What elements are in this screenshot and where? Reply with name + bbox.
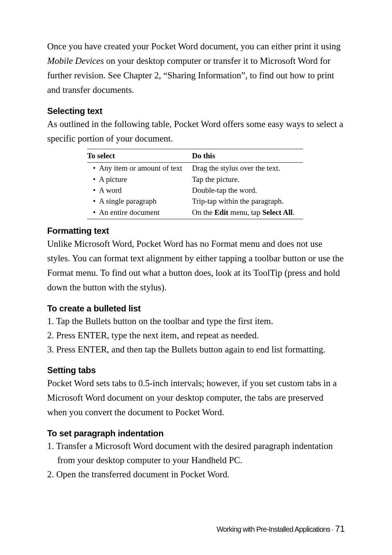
table-cell: On the Edit menu, tap Select All.: [192, 207, 303, 219]
heading-set-paragraph-indentation: To set paragraph indentation: [47, 428, 345, 438]
table-row: • A single paragraph Trip-tap within the…: [87, 196, 303, 207]
text-frag: .: [293, 208, 294, 217]
page-footer: Working with Pre-Installed Applications·…: [217, 524, 345, 534]
table-cell: A word: [99, 186, 122, 195]
table-row: • A picture Tap the picture.: [87, 174, 303, 185]
formatting-text-paragraph: Unlike Microsoft Word, Pocket Word has n…: [47, 237, 345, 295]
setting-tabs-paragraph: Pocket Word sets tabs to 0.5-inch interv…: [47, 376, 345, 420]
table-header-to-select: To select: [87, 149, 192, 163]
indentation-steps: 1. Transfer a Microsoft Word document wi…: [47, 439, 345, 481]
table-cell: Tap the picture.: [192, 174, 303, 185]
table-cell: An entire document: [99, 208, 160, 217]
table-row: • Any item or amount of text Drag the st…: [87, 163, 303, 174]
selection-table: To select Do this • Any item or amount o…: [87, 149, 303, 219]
table-cell: A picture: [99, 175, 127, 184]
table-cell: Trip-tap within the paragraph.: [192, 196, 303, 207]
bulleted-list-steps: 1. Tap the Bullets button on the toolbar…: [47, 314, 345, 356]
table-cell: Any item or amount of text: [99, 164, 182, 172]
text-frag: menu, tap: [228, 208, 262, 217]
table-row: • An entire document On the Edit menu, t…: [87, 207, 303, 219]
table-body: • Any item or amount of text Drag the st…: [87, 163, 303, 219]
footer-separator-icon: ·: [330, 525, 335, 533]
document-page: Once you have created your Pocket Word d…: [0, 0, 392, 555]
text-frag: On the: [192, 208, 215, 217]
intro-italic-text: Mobile Devices: [47, 56, 104, 66]
table-header-do-this: Do this: [192, 149, 303, 163]
list-item: 1. Transfer a Microsoft Word document wi…: [47, 439, 345, 468]
heading-create-bulleted-list: To create a bulleted list: [47, 303, 345, 314]
text-frag-bold: Edit: [215, 208, 229, 217]
heading-setting-tabs: Setting tabs: [47, 365, 345, 375]
table-cell: Double-tap the word.: [192, 185, 303, 196]
heading-formatting-text: Formatting text: [47, 226, 345, 236]
heading-selecting-text: Selecting text: [47, 106, 345, 116]
table-cell: Drag the stylus over the text.: [192, 163, 303, 174]
list-item: 3. Press ENTER, and then tap the Bullets…: [47, 343, 345, 357]
list-item: 2. Open the transferred document in Pock…: [47, 468, 345, 482]
selecting-text-paragraph: As outlined in the following table, Pock…: [47, 117, 345, 146]
intro-pre-text: Once you have created your Pocket Word d…: [47, 41, 340, 51]
list-item: 2. Press ENTER, type the next item, and …: [47, 328, 345, 343]
footer-page-number: 71: [335, 524, 345, 534]
intro-paragraph: Once you have created your Pocket Word d…: [47, 39, 345, 97]
table-cell: A single paragraph: [99, 197, 157, 205]
list-item: 1. Tap the Bullets button on the toolbar…: [47, 314, 345, 328]
table-row: • A word Double-tap the word.: [87, 185, 303, 196]
text-frag-bold: Select All: [262, 208, 293, 217]
footer-label: Working with Pre-Installed Applications: [217, 525, 330, 533]
